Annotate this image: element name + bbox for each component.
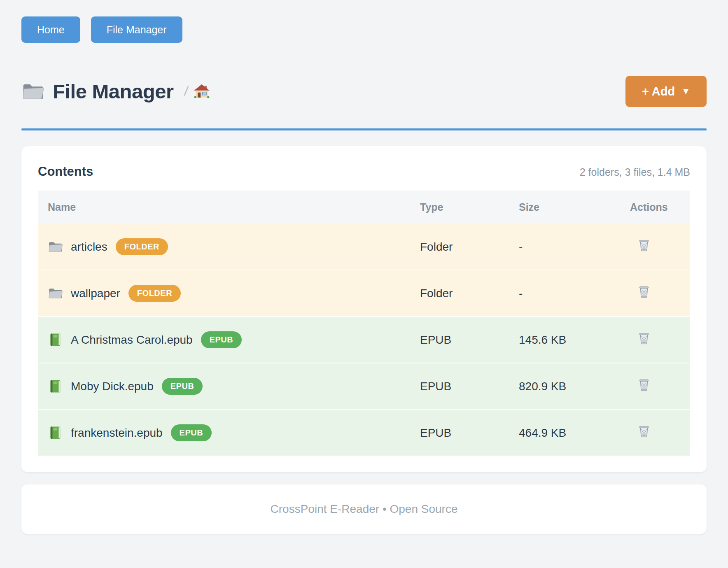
delete-button[interactable] <box>637 377 651 392</box>
column-header-actions: Actions <box>620 191 690 224</box>
breadcrumb: / <box>184 83 210 100</box>
file-name[interactable]: frankenstein.epub <box>71 426 163 440</box>
contents-card-header: Contents 2 folders, 3 files, 1.4 MB <box>38 164 690 179</box>
column-header-name: Name <box>38 191 410 224</box>
book-icon <box>48 379 63 394</box>
table-row: wallpaper FOLDER Folder - <box>38 270 690 317</box>
size-cell: - <box>509 224 620 270</box>
file-name[interactable]: wallpaper <box>71 287 120 300</box>
size-cell: 464.9 KB <box>509 410 620 456</box>
page: Home File Manager File Manager / + Add ▼… <box>0 0 728 562</box>
delete-button[interactable] <box>637 331 651 346</box>
contents-heading: Contents <box>38 164 93 179</box>
name-cell: wallpaper FOLDER <box>48 285 400 302</box>
name-cell: articles FOLDER <box>48 238 400 255</box>
type-cell: EPUB <box>410 410 509 456</box>
contents-summary: 2 folders, 3 files, 1.4 MB <box>580 166 690 178</box>
folder-icon <box>48 239 63 254</box>
column-header-type: Type <box>410 191 509 224</box>
type-cell: EPUB <box>410 317 509 363</box>
table-body: articles FOLDER Folder - wallpaper FOLDE… <box>38 224 690 456</box>
folder-icon <box>21 80 44 103</box>
trash-icon <box>637 424 651 439</box>
type-badge: EPUB <box>162 378 203 395</box>
top-nav: Home File Manager <box>21 16 707 43</box>
files-table: Name Type Size Actions articles FOLDER F… <box>38 191 690 456</box>
folder-icon <box>48 286 63 301</box>
file-name[interactable]: A Christmas Carol.epub <box>71 333 193 347</box>
book-icon <box>48 425 63 440</box>
file-name[interactable]: articles <box>71 240 107 254</box>
size-cell: 820.9 KB <box>509 363 620 410</box>
type-cell: EPUB <box>410 363 509 410</box>
trash-icon <box>637 284 651 299</box>
type-cell: Folder <box>410 270 509 317</box>
name-cell: Moby Dick.epub EPUB <box>48 378 400 395</box>
trash-icon <box>637 238 651 253</box>
trash-icon <box>637 331 651 346</box>
page-title: File Manager <box>53 80 174 103</box>
house-icon[interactable] <box>194 83 210 100</box>
size-cell: 145.6 KB <box>509 317 620 363</box>
breadcrumb-separator: / <box>183 84 189 99</box>
column-header-size: Size <box>509 191 620 224</box>
name-cell: A Christmas Carol.epub EPUB <box>48 331 400 348</box>
delete-button[interactable] <box>637 284 651 299</box>
name-cell: frankenstein.epub EPUB <box>48 424 400 441</box>
type-badge: EPUB <box>201 331 242 348</box>
delete-button[interactable] <box>637 424 651 439</box>
file-name[interactable]: Moby Dick.epub <box>71 380 154 393</box>
size-cell: - <box>509 270 620 317</box>
table-header-row: Name Type Size Actions <box>38 191 690 224</box>
table-row: articles FOLDER Folder - <box>38 224 690 270</box>
type-badge: FOLDER <box>128 285 181 302</box>
book-icon <box>48 332 63 347</box>
nav-file-manager-button[interactable]: File Manager <box>91 16 182 43</box>
type-badge: FOLDER <box>116 238 168 255</box>
add-button-label: + Add <box>642 85 675 98</box>
delete-button[interactable] <box>637 238 651 253</box>
table-row: A Christmas Carol.epub EPUB EPUB 145.6 K… <box>38 317 690 363</box>
title-divider <box>21 128 707 130</box>
title-group: File Manager / <box>21 80 210 103</box>
footer-card: CrossPoint E-Reader • Open Source <box>21 484 707 534</box>
footer-text: CrossPoint E-Reader • Open Source <box>271 503 458 516</box>
chevron-down-icon: ▼ <box>681 86 690 96</box>
type-cell: Folder <box>410 224 509 270</box>
trash-icon <box>637 377 651 392</box>
nav-home-button[interactable]: Home <box>21 16 80 43</box>
add-button[interactable]: + Add ▼ <box>625 76 707 107</box>
page-header: File Manager / + Add ▼ <box>21 76 707 107</box>
table-row: frankenstein.epub EPUB EPUB 464.9 KB <box>38 410 690 456</box>
contents-card: Contents 2 folders, 3 files, 1.4 MB Name… <box>21 146 707 472</box>
table-row: Moby Dick.epub EPUB EPUB 820.9 KB <box>38 363 690 410</box>
type-badge: EPUB <box>171 424 212 441</box>
